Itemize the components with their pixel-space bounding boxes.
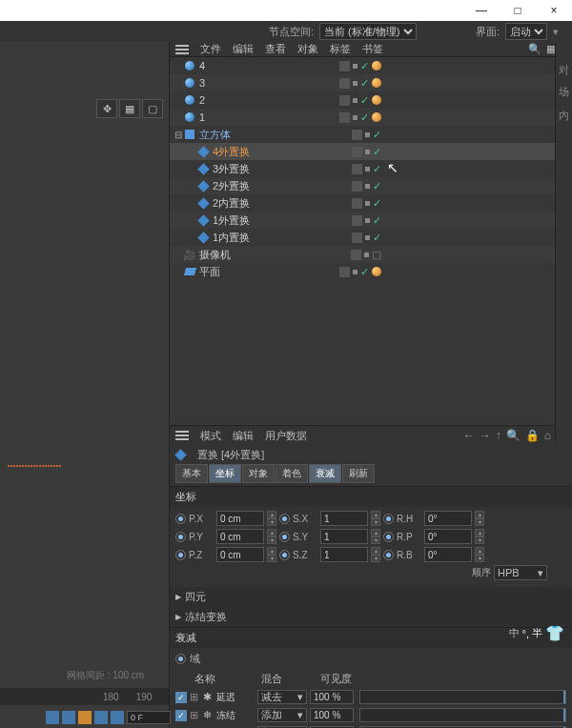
spinner[interactable]: ▴▾	[371, 547, 380, 562]
sidebar-tab[interactable]: 对	[558, 46, 571, 65]
tab-coord[interactable]: 坐标	[209, 464, 241, 483]
check-icon[interactable]: ✓	[373, 163, 381, 175]
field-rb[interactable]: 0°	[424, 547, 472, 562]
spinner[interactable]: ▴▾	[267, 511, 276, 526]
layer-tag-icon[interactable]	[339, 78, 350, 89]
spinner[interactable]: ▴▾	[267, 547, 276, 562]
search-icon[interactable]: 🔍	[506, 429, 521, 442]
radio-icon[interactable]	[279, 532, 290, 542]
material-tag-icon[interactable]	[372, 95, 381, 105]
material-tag-icon[interactable]	[372, 112, 381, 122]
layer-tag-icon[interactable]	[339, 112, 350, 123]
radio-icon[interactable]	[279, 550, 290, 560]
up-icon[interactable]: ↑	[496, 429, 501, 442]
check-icon[interactable]: ✓	[373, 180, 381, 192]
tree-row[interactable]: 2✓	[170, 91, 572, 109]
viewport[interactable]: ✥ ▦ ▢ 网格间距 : 100 cm 180 190 0 F	[0, 42, 170, 728]
field-sx[interactable]: 1	[320, 511, 368, 526]
play-button[interactable]	[94, 711, 108, 724]
vis-dot-icon[interactable]	[353, 64, 358, 69]
back-icon[interactable]: ←	[463, 429, 475, 442]
interface-select[interactable]: 启动	[505, 23, 547, 40]
tab-basic[interactable]: 基本	[175, 464, 208, 483]
tree-row[interactable]: 1内置换✓	[170, 229, 572, 246]
field-enable-checkbox[interactable]: ✓	[175, 710, 187, 721]
layer-tag-icon[interactable]	[352, 181, 362, 192]
radio-icon[interactable]	[383, 532, 394, 542]
visibility-slider[interactable]	[359, 708, 566, 722]
field-row[interactable]: ✓⊞❄冻结添加▾100 %	[175, 706, 566, 724]
radio-icon[interactable]	[175, 654, 186, 664]
vis-dot-icon[interactable]	[365, 218, 370, 223]
menu-edit[interactable]: 编辑	[233, 42, 254, 56]
move-icon[interactable]: ✥	[96, 99, 117, 118]
check-icon[interactable]: ✓	[373, 146, 381, 158]
layer-tag-icon[interactable]	[339, 61, 350, 71]
spinner[interactable]: ▴▾	[475, 529, 484, 544]
menu-mode[interactable]: 模式	[200, 429, 221, 443]
order-select[interactable]: HPB▾	[494, 565, 547, 580]
spinner[interactable]: ▴▾	[475, 511, 484, 526]
layer-tag-icon[interactable]	[352, 215, 362, 226]
blend-select[interactable]: 减去▾	[257, 690, 307, 704]
field-rh[interactable]: 0°	[424, 511, 472, 526]
menu-userdata[interactable]: 用户数据	[265, 429, 307, 443]
spinner[interactable]: ▴▾	[475, 547, 484, 562]
check-icon[interactable]: ✓	[360, 111, 369, 124]
menu-object[interactable]: 对象	[297, 42, 318, 56]
check-icon[interactable]: ✓	[373, 232, 381, 244]
spinner[interactable]: ▴▾	[371, 529, 380, 544]
vis-dot-icon[interactable]	[365, 235, 370, 240]
timeline-ruler[interactable]: 180 190	[0, 688, 169, 705]
check-icon[interactable]: ✓	[373, 129, 381, 141]
menu-file[interactable]: 文件	[200, 42, 221, 56]
radio-icon[interactable]	[383, 514, 394, 524]
menu-view[interactable]: 查看	[265, 42, 286, 56]
tree-row[interactable]: 2内置换✓	[170, 194, 572, 212]
layer-tag-icon[interactable]	[339, 267, 350, 277]
maximize-button[interactable]: □	[500, 0, 536, 21]
camera-icon[interactable]: ▢	[142, 99, 163, 118]
expand-icon[interactable]: ⊟	[174, 130, 183, 140]
vis-dot-icon[interactable]	[353, 98, 358, 103]
material-tag-icon[interactable]	[372, 267, 381, 276]
layer-tag-icon[interactable]	[339, 95, 350, 106]
layer-tag-icon[interactable]	[352, 233, 362, 243]
close-button[interactable]: ×	[536, 0, 572, 21]
check-icon[interactable]: ✓	[373, 214, 381, 227]
tab-falloff[interactable]: 衰减	[309, 464, 341, 483]
vis-dot-icon[interactable]	[365, 201, 370, 206]
check-icon[interactable]: ✓	[360, 266, 369, 278]
tab-shading[interactable]: 着色	[276, 464, 308, 483]
sidebar-tab[interactable]: 场	[558, 69, 571, 88]
vis-dot-icon[interactable]	[365, 167, 370, 172]
forward-icon[interactable]: →	[480, 429, 491, 442]
tree-row[interactable]: 🎥摄像机▢	[170, 246, 572, 263]
field-rp[interactable]: 0°	[424, 529, 472, 544]
tree-row[interactable]: 2外置换✓	[170, 177, 572, 194]
tab-refresh[interactable]: 刷新	[342, 464, 375, 483]
visibility-field[interactable]: 100 %	[310, 690, 354, 704]
play-button[interactable]	[62, 711, 75, 724]
check-icon[interactable]: ✓	[360, 77, 369, 90]
field-pz[interactable]: 0 cm	[216, 547, 264, 562]
field-sz[interactable]: 1	[320, 547, 368, 562]
tab-object[interactable]: 对象	[242, 464, 275, 483]
layer-tag-icon[interactable]	[352, 130, 362, 140]
hamburger-icon[interactable]	[175, 45, 189, 54]
vis-dot-icon[interactable]	[353, 270, 358, 274]
play-button[interactable]	[111, 711, 124, 724]
node-space-select[interactable]: 当前 (标准/物理)	[319, 23, 417, 40]
material-tag-icon[interactable]	[372, 61, 381, 71]
vis-dot-icon[interactable]	[353, 115, 358, 120]
grid-icon[interactable]: ▦	[119, 99, 140, 118]
field-row[interactable]: ✓⊞●3普通▾100 %	[175, 724, 566, 728]
vis-dot-icon[interactable]	[365, 132, 370, 137]
field-row[interactable]: ✓⊞✱延迟减去▾100 %	[175, 688, 566, 706]
frame-field[interactable]: 0 F	[127, 711, 171, 724]
layer-tag-icon[interactable]	[352, 147, 362, 157]
layer-tag-icon[interactable]	[352, 198, 362, 209]
rec-button[interactable]	[78, 711, 92, 724]
check-icon[interactable]: ✓	[360, 60, 369, 72]
radio-icon[interactable]	[175, 532, 186, 542]
